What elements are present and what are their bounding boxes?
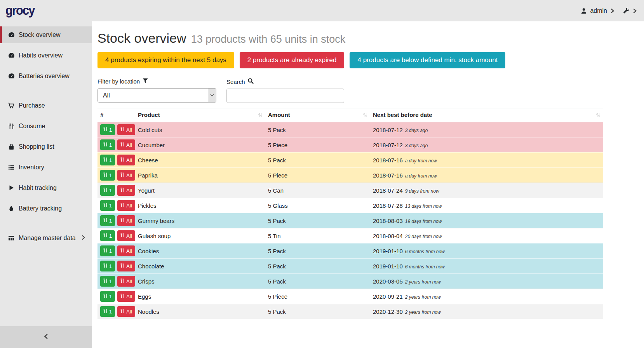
product-amount: 5 Pack <box>265 244 370 259</box>
consume-one-button[interactable]: 1 <box>100 291 115 302</box>
consume-all-button[interactable]: All <box>117 276 135 287</box>
product-amount: 5 Piece <box>265 168 370 183</box>
product-name: Cheese <box>135 153 265 168</box>
best-before-date: 2018-07-28 <box>373 202 403 209</box>
sidebar-item-label: Batteries overview <box>19 73 70 80</box>
product-name: Cookies <box>135 244 265 259</box>
location-select[interactable]: All <box>97 88 216 103</box>
chevron-right-icon <box>633 8 637 14</box>
best-before-relative: 9 days from now <box>405 188 439 194</box>
consume-one-button[interactable]: 1 <box>100 215 115 226</box>
table-row: 1 All Yogurt 5 Can 2018-07-249 days from… <box>97 183 603 198</box>
consume-all-button[interactable]: All <box>117 215 135 226</box>
main-content: Stock overview 13 products with 65 units… <box>92 21 644 348</box>
chevron-left-icon <box>44 333 48 341</box>
consume-all-button[interactable]: All <box>117 261 135 271</box>
settings-menu[interactable] <box>623 7 637 14</box>
consume-one-button[interactable]: 1 <box>100 185 115 196</box>
consume-one-button[interactable]: 1 <box>100 170 115 181</box>
consume-all-button[interactable]: All <box>117 245 135 256</box>
utensils-icon <box>103 308 108 315</box>
best-before-date: 2020-09-21 <box>373 293 403 300</box>
page-subtitle: 13 products with 65 units in stock <box>191 33 346 45</box>
alert-expired-button[interactable]: 2 products are already expired <box>240 52 345 68</box>
filter-bar: Filter by location All Search <box>97 78 638 103</box>
sidebar-item-habit-tracking[interactable]: Habit tracking <box>0 179 92 196</box>
consume-all-button[interactable]: All <box>117 155 135 165</box>
consume-all-button[interactable]: All <box>117 139 135 150</box>
sidebar-item-label: Purchase <box>19 102 45 109</box>
sidebar-item-purchase[interactable]: Purchase <box>0 97 92 114</box>
sidebar-item-stock-overview[interactable]: Stock overview <box>0 26 92 43</box>
best-before-date: 2019-01-10 <box>373 248 403 254</box>
utensils-icon <box>103 202 108 209</box>
table-row: 1 All Pickles 5 Glass 2018-07-2813 days … <box>97 198 603 213</box>
product-name: Gulash soup <box>135 228 265 244</box>
search-input[interactable] <box>226 89 344 103</box>
sidebar-item-battery-tracking[interactable]: Battery tracking <box>0 200 92 217</box>
consume-one-button[interactable]: 1 <box>100 276 115 287</box>
consume-all-button[interactable]: All <box>117 124 135 135</box>
product-amount: 5 Pack <box>265 213 370 228</box>
sidebar-item-label: Manage master data <box>19 235 76 242</box>
best-before-relative: 2 years from now <box>405 294 441 300</box>
best-before-date: 2018-07-16 <box>373 157 403 164</box>
sort-icon <box>258 112 263 119</box>
sidebar-item-consume[interactable]: Consume <box>0 118 92 134</box>
sidebar-item-inventory[interactable]: Inventory <box>0 159 92 176</box>
consume-all-button[interactable]: All <box>117 306 135 317</box>
utensils-icon <box>120 172 125 178</box>
navbar: grocy admin <box>0 0 644 21</box>
consume-all-button[interactable]: All <box>117 185 135 196</box>
sidebar-item-manage-master-data[interactable]: Manage master data <box>0 230 92 246</box>
gauge-icon <box>8 52 15 58</box>
table-row: 1 All Cold cuts 5 Pack 2018-07-123 days … <box>97 122 603 137</box>
utensils-icon <box>120 293 125 299</box>
consume-one-button[interactable]: 1 <box>100 139 115 150</box>
utensils-icon <box>103 233 108 239</box>
sidebar-item-shopping-list[interactable]: Shopping list <box>0 138 92 155</box>
alert-expiring-button[interactable]: 4 products expiring within the next 5 da… <box>97 52 234 68</box>
user-menu[interactable]: admin <box>581 7 614 14</box>
consume-one-button[interactable]: 1 <box>100 261 115 271</box>
best-before-relative: a day from now <box>405 173 437 179</box>
utensils-icon <box>120 218 125 224</box>
column-header-number: # <box>97 108 135 122</box>
best-before-relative: 20 days from now <box>405 234 442 239</box>
consume-all-button[interactable]: All <box>117 200 135 211</box>
best-before-date: 2018-07-16 <box>373 172 403 179</box>
utensils-icon <box>103 248 108 254</box>
consume-all-button[interactable]: All <box>117 230 135 241</box>
sidebar-item-label: Shopping list <box>19 143 54 150</box>
sidebar-collapse-button[interactable] <box>0 326 92 348</box>
consume-one-button[interactable]: 1 <box>100 200 115 211</box>
product-amount: 5 Pack <box>265 122 370 137</box>
utensils-icon <box>103 293 108 299</box>
consume-one-button[interactable]: 1 <box>100 306 115 317</box>
grocy-logo[interactable]: grocy <box>5 3 34 18</box>
best-before-relative: 19 days from now <box>405 219 442 224</box>
consume-one-button[interactable]: 1 <box>100 230 115 241</box>
column-header-amount[interactable]: Amount <box>265 108 370 122</box>
consume-one-button[interactable]: 1 <box>100 245 115 256</box>
product-amount: 5 Pack <box>265 304 370 319</box>
best-before-date: 2020-12-30 <box>373 308 403 315</box>
product-name: Cold cuts <box>135 122 265 137</box>
alert-below-min-stock-button[interactable]: 4 products are below defined min. stock … <box>350 52 505 68</box>
column-header-product[interactable]: Product <box>135 108 265 122</box>
utensils-icon <box>120 263 125 269</box>
chevron-down-icon <box>208 89 216 102</box>
search-icon <box>248 78 254 85</box>
sidebar-item-habits-overview[interactable]: Habits overview <box>0 47 92 64</box>
table-row: 1 All Crisps 5 Pack 2020-03-052 years fr… <box>97 274 603 289</box>
best-before-relative: 6 months from now <box>405 249 445 254</box>
consume-one-button[interactable]: 1 <box>100 155 115 165</box>
consume-one-button[interactable]: 1 <box>100 124 115 135</box>
consume-all-button[interactable]: All <box>117 170 135 181</box>
consume-all-button[interactable]: All <box>117 291 135 302</box>
gauge-icon <box>8 73 15 79</box>
sidebar-item-batteries-overview[interactable]: Batteries overview <box>0 68 92 84</box>
utensils-icon <box>120 187 125 193</box>
utensils-icon <box>120 233 125 239</box>
column-header-best-before[interactable]: Next best before date <box>370 108 603 122</box>
